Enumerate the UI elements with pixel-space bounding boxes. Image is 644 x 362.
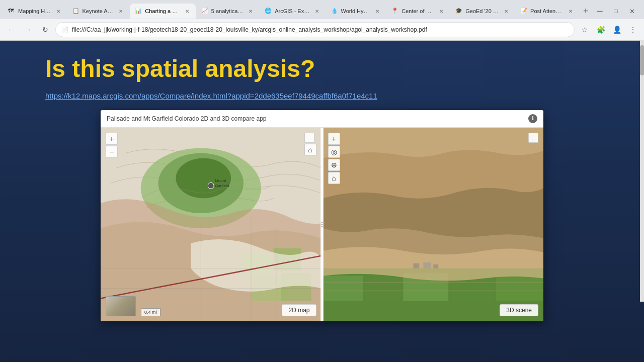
map-divider-handle[interactable]: ⋮ (320, 128, 324, 321)
home-button-2d[interactable]: ⌂ (304, 144, 316, 156)
map-panels: Mount Garfield + − ≡ ⌂ (101, 128, 543, 321)
svg-point-2 (158, 153, 244, 213)
svg-rect-22 (496, 276, 543, 301)
back-button[interactable]: ← (4, 23, 18, 37)
tab-close-4[interactable]: ✕ (247, 8, 254, 15)
page-content: Is this spatial analysis? https://k12.ma… (0, 41, 644, 362)
tab-close-5[interactable]: ✕ (313, 8, 320, 15)
tab-close-2[interactable]: ✕ (117, 8, 124, 15)
info-button[interactable]: ℹ (528, 114, 537, 123)
map-3d-controls-right: ≡ (528, 133, 538, 143)
3d-scene-svg (323, 128, 544, 321)
tab-close-6[interactable]: ✕ (374, 8, 381, 15)
forward-button[interactable]: → (21, 23, 35, 37)
tab-favicon-2: 📋 (72, 8, 79, 15)
profile-button[interactable]: 👤 (610, 23, 624, 37)
slide-link[interactable]: https://k12.maps.arcgis.com/apps/Compare… (45, 92, 599, 100)
svg-text:Mount: Mount (215, 178, 226, 183)
map-2d-label: 2D map (282, 304, 316, 316)
tab-label-1: Mapping Hour... (18, 8, 52, 14)
bookmark-star-button[interactable]: ☆ (578, 23, 592, 37)
svg-line-8 (101, 256, 321, 299)
maximize-button[interactable]: □ (609, 4, 623, 18)
tab-mapping-hour[interactable]: 🗺 Mapping Hour... ✕ (3, 4, 67, 19)
toolbar-icons: ☆ 🧩 👤 ⋮ (578, 23, 640, 37)
tab-favicon-1: 🗺 (8, 8, 15, 15)
tab-arcgis[interactable]: 🌐 ArcGIS - Explo... ✕ (260, 4, 325, 19)
tab-close-8[interactable]: ✕ (503, 8, 510, 15)
collapse-button-2d[interactable]: ≡ (304, 133, 314, 143)
tab-favicon-7: 📍 (391, 8, 398, 15)
address-bar[interactable]: 📄 file:///C:/aa_jjk/working-j-f-18/geote… (55, 22, 575, 37)
tab-label-2: Keynote Addr... (83, 8, 115, 14)
tab-favicon-5: 🌐 (265, 8, 272, 15)
svg-rect-18 (323, 276, 363, 301)
svg-rect-20 (403, 273, 448, 301)
map-3d-view[interactable]: + ◎ ⊕ ⌂ ≡ 3D scene (323, 128, 544, 321)
page-scrollbar[interactable] (640, 40, 644, 302)
svg-rect-27 (433, 264, 438, 268)
map-2d-controls-left: + − (106, 133, 118, 158)
tab-charting-gis[interactable]: 📊 Charting a GIS... ✕ (130, 4, 195, 19)
map-3d-label: 3D scene (500, 304, 538, 316)
collapse-button-3d[interactable]: ≡ (528, 133, 538, 143)
tab-favicon-4: 📈 (201, 8, 208, 15)
menu-button[interactable]: ⋮ (626, 23, 640, 37)
file-icon: 📄 (62, 27, 69, 33)
svg-rect-26 (423, 262, 431, 268)
svg-point-3 (176, 158, 231, 198)
tab-label-6: World Hydro... (341, 8, 371, 14)
tab-analytical[interactable]: 📈 5 analytical to... ✕ (196, 4, 259, 19)
svg-rect-21 (451, 270, 494, 301)
compass-button-3d[interactable]: ⊕ (328, 159, 340, 171)
tilt-button-3d[interactable]: ◎ (328, 146, 340, 158)
map-thumbnail-inner (106, 297, 135, 316)
tab-label-5: ArcGIS - Explo... (275, 8, 310, 14)
map-2d-controls-right: ≡ ⌂ (304, 133, 316, 156)
slide-title: Is this spatial analysis? (45, 56, 599, 82)
tab-post-attendee[interactable]: 📝 Post Attendee... ✕ (515, 4, 579, 19)
tab-bar: 🗺 Mapping Hour... ✕ 📋 Keynote Addr... ✕ … (0, 0, 644, 19)
svg-rect-17 (323, 128, 544, 321)
svg-rect-25 (413, 263, 419, 268)
home-button-3d[interactable]: ⌂ (328, 172, 340, 184)
topo-map-svg: Mount Garfield (101, 128, 321, 321)
zoom-in-button-3d[interactable]: + (328, 133, 340, 145)
refresh-button[interactable]: ↻ (38, 23, 52, 37)
tab-close-7[interactable]: ✕ (438, 8, 445, 15)
svg-text:Garfield: Garfield (215, 184, 229, 188)
tab-label-3: Charting a GIS... (145, 8, 180, 14)
tab-favicon-6: 💧 (331, 8, 338, 15)
tab-center-pop[interactable]: 📍 Center of Pop... ✕ (386, 4, 450, 19)
svg-rect-5 (274, 248, 301, 271)
minimize-button[interactable]: ─ (593, 4, 607, 18)
map-app-title: Palisade and Mt Garfield Colorado 2D and… (107, 115, 267, 122)
tab-geoed[interactable]: 🎓 GeoEd '20 - G... ✕ (450, 4, 515, 19)
map-panel-2d: Mount Garfield + − ≡ ⌂ (101, 128, 323, 321)
svg-rect-0 (101, 128, 321, 321)
zoom-in-button-2d[interactable]: + (106, 133, 118, 145)
map-panel-3d: + ◎ ⊕ ⌂ ≡ 3D scene (323, 128, 544, 321)
extension-button[interactable]: 🧩 (594, 23, 608, 37)
divider-icon: ⋮ (318, 220, 326, 228)
tab-favicon-9: 📝 (520, 8, 527, 15)
zoom-out-button-2d[interactable]: − (106, 146, 118, 158)
map-2d-view[interactable]: Mount Garfield + − ≡ ⌂ (101, 128, 321, 321)
svg-rect-6 (251, 276, 286, 301)
svg-rect-7 (281, 273, 311, 301)
tab-label-4: 5 analytical to... (211, 8, 244, 14)
new-tab-button[interactable]: + (580, 4, 592, 18)
scrollbar-thumb[interactable] (640, 45, 644, 75)
tab-label-7: Center of Pop... (401, 8, 435, 14)
tab-close-3[interactable]: ✕ (184, 8, 191, 15)
svg-rect-19 (365, 278, 400, 301)
tab-favicon-3: 📊 (135, 8, 142, 15)
tab-close-9[interactable]: ✕ (567, 8, 574, 15)
close-button[interactable]: ✕ (625, 4, 639, 18)
map-compare-container: Palisade and Mt Garfield Colorado 2D and… (101, 110, 543, 321)
tab-world-hydro[interactable]: 💧 World Hydro... ✕ (326, 4, 386, 19)
tab-keynote[interactable]: 📋 Keynote Addr... ✕ (67, 4, 130, 19)
tab-close-1[interactable]: ✕ (55, 8, 62, 15)
svg-point-1 (141, 148, 261, 228)
address-bar-row: ← → ↻ 📄 file:///C:/aa_jjk/working-j-f-18… (0, 19, 644, 40)
